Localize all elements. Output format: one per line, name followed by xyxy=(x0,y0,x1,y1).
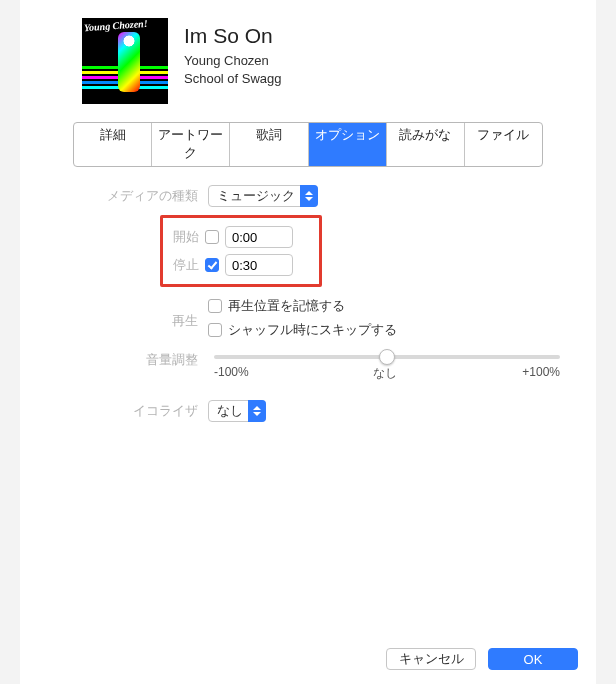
cancel-button[interactable]: キャンセル xyxy=(386,648,476,670)
remember-position-checkbox[interactable] xyxy=(208,299,222,313)
album-artwork: Young Chozen! xyxy=(82,18,168,104)
stop-checkbox[interactable] xyxy=(205,258,219,272)
label-equalizer: イコライザ xyxy=(50,402,208,420)
label-start: 開始 xyxy=(163,228,205,246)
ok-button[interactable]: OK xyxy=(488,648,578,670)
start-checkbox[interactable] xyxy=(205,230,219,244)
media-kind-select[interactable]: ミュージック xyxy=(208,185,318,207)
tab-bar: 詳細 アートワーク 歌詞 オプション 読みがな ファイル xyxy=(73,122,543,167)
start-time-field[interactable] xyxy=(225,226,293,248)
skip-shuffle-checkbox[interactable] xyxy=(208,323,222,337)
tab-file[interactable]: ファイル xyxy=(465,123,542,166)
track-album: School of Swagg xyxy=(184,70,282,88)
volume-slider[interactable]: -100% なし +100% xyxy=(208,347,566,382)
track-title: Im So On xyxy=(184,24,282,48)
label-stop: 停止 xyxy=(163,256,205,274)
remember-position-label: 再生位置を記憶する xyxy=(228,297,345,315)
tab-artwork[interactable]: アートワーク xyxy=(152,123,230,166)
label-playback: 再生 xyxy=(50,312,208,330)
volume-min-label: -100% xyxy=(214,365,249,382)
tab-sorting[interactable]: 読みがな xyxy=(387,123,465,166)
label-media-kind: メディアの種類 xyxy=(50,187,208,205)
tab-options[interactable]: オプション xyxy=(309,123,387,166)
volume-center-label: なし xyxy=(373,365,397,382)
tab-detail[interactable]: 詳細 xyxy=(74,123,152,166)
volume-slider-knob[interactable] xyxy=(379,349,395,365)
start-stop-highlight: 開始 停止 xyxy=(160,215,322,287)
options-form: メディアの種類 ミュージック 開始 停止 再生 xyxy=(40,185,576,422)
footer-buttons: キャンセル OK xyxy=(386,648,578,670)
header: Young Chozen! Im So On Young Chozen Scho… xyxy=(40,18,576,104)
stop-time-field[interactable] xyxy=(225,254,293,276)
label-volume: 音量調整 xyxy=(50,347,208,369)
volume-max-label: +100% xyxy=(522,365,560,382)
tab-lyrics[interactable]: 歌詞 xyxy=(230,123,308,166)
select-stepper-icon xyxy=(300,185,318,207)
equalizer-select[interactable]: なし xyxy=(208,400,266,422)
track-meta: Im So On Young Chozen School of Swagg xyxy=(184,18,282,104)
options-sheet: Young Chozen! Im So On Young Chozen Scho… xyxy=(20,0,596,684)
track-artist: Young Chozen xyxy=(184,52,282,70)
select-stepper-icon xyxy=(248,400,266,422)
skip-shuffle-label: シャッフル時にスキップする xyxy=(228,321,397,339)
